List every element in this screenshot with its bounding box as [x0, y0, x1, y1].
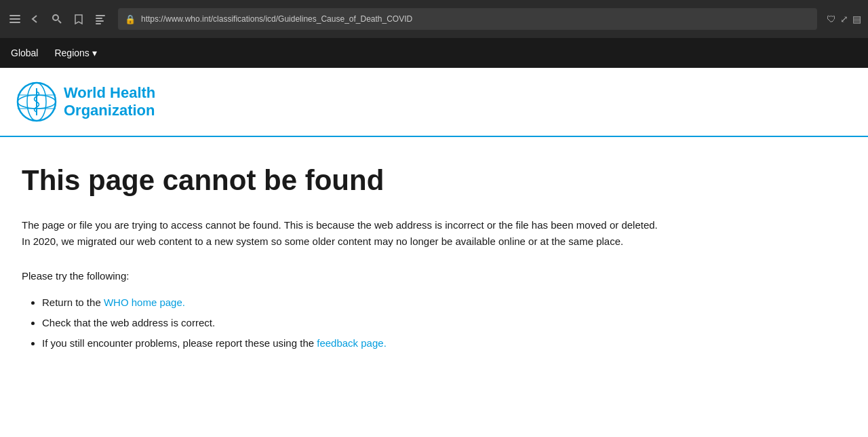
svg-line-4	[58, 20, 61, 23]
shield-icon[interactable]: 🛡	[827, 14, 836, 24]
description-paragraph-1: The page or file you are trying to acces…	[22, 217, 686, 250]
who-logo-text: World Health Organization	[64, 84, 155, 120]
svg-point-3	[53, 15, 58, 20]
svg-rect-7	[96, 20, 104, 22]
reader-button[interactable]	[92, 11, 108, 27]
chevron-down-icon: ▾	[92, 48, 97, 58]
url-text: https://www.who.int/classifications/icd/…	[141, 14, 810, 24]
address-bar[interactable]: 🔒 https://www.who.int/classifications/ic…	[118, 8, 817, 30]
try-following-text: Please try the following:	[22, 270, 846, 282]
who-home-link[interactable]: WHO home page.	[104, 297, 185, 308]
who-logo: World Health Organization	[16, 81, 852, 122]
site-header: World Health Organization	[0, 68, 868, 137]
svg-rect-6	[96, 18, 102, 19]
suggestion-item-3: If you still encounter problems, please …	[42, 333, 846, 354]
feedback-page-link[interactable]: feedback page.	[317, 337, 387, 349]
who-logo-image	[16, 81, 57, 122]
browser-right-controls: 🛡 ⤢ ▤	[827, 14, 861, 24]
search-button[interactable]	[49, 11, 65, 27]
svg-rect-8	[96, 23, 101, 24]
svg-rect-1	[9, 18, 20, 20]
page-title: This page cannot be found	[22, 164, 846, 197]
suggestion-2-text: Check that the web address is correct.	[42, 317, 215, 328]
expand-icon[interactable]: ⤢	[840, 14, 848, 24]
nav-global[interactable]: Global	[11, 48, 38, 58]
svg-rect-0	[9, 15, 20, 16]
nav-regions[interactable]: Regions ▾	[54, 48, 96, 58]
suggestions-list: Return to the WHO home page. Check that …	[22, 292, 846, 354]
sidebar-icon[interactable]: ▤	[852, 14, 861, 24]
lock-icon: 🔒	[125, 14, 136, 24]
site-nav: Global Regions ▾	[0, 38, 868, 68]
back-button[interactable]	[27, 11, 43, 27]
svg-rect-5	[96, 15, 105, 16]
suggestion-item-2: Check that the web address is correct.	[42, 313, 846, 333]
browser-left-controls	[7, 11, 43, 27]
browser-menu-button[interactable]	[7, 11, 23, 27]
bookmark-button[interactable]	[71, 11, 87, 27]
main-content: This page cannot be found The page or fi…	[0, 137, 868, 381]
browser-chrome: 🔒 https://www.who.int/classifications/ic…	[0, 0, 868, 38]
suggestion-item-1: Return to the WHO home page.	[42, 292, 846, 313]
suggestion-1-prefix: Return to the	[42, 297, 104, 308]
suggestion-3-prefix: If you still encounter problems, please …	[42, 337, 317, 349]
svg-rect-2	[9, 22, 20, 23]
org-name-line1: World Health	[64, 84, 155, 102]
org-name-line2: Organization	[64, 102, 155, 119]
